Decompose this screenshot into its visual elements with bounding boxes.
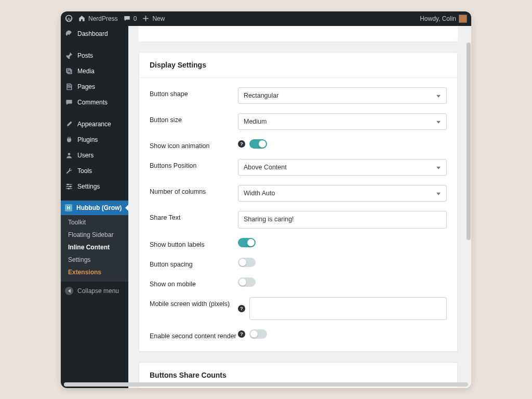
sidebar-item-pages[interactable]: Pages [61,79,128,95]
card-title: Display Settings [139,52,457,77]
pin-icon [65,51,73,60]
field-label: Button size [150,113,238,124]
buttons-position-select[interactable]: Above Content [238,159,447,176]
pages-icon [65,83,73,91]
vertical-scrollbar[interactable] [467,43,471,240]
row-button-shape: Button shape Rectangular [150,78,447,104]
sidebar-item-media[interactable]: Media [61,63,128,79]
submenu-floating-sidebar[interactable]: Floating Sidebar [61,229,128,241]
field-label: Show button labels [150,238,238,248]
media-icon [65,67,73,75]
home-icon [78,15,86,22]
svg-point-3 [70,185,71,187]
comment-icon [123,15,131,22]
field-label: Buttons Position [150,159,238,169]
submenu-extensions[interactable]: Extensions [61,266,128,278]
num-columns-select[interactable]: Width Auto [238,185,447,202]
sidebar-label: Tools [77,167,92,175]
wordpress-icon [65,15,73,22]
sliders-icon [65,182,73,191]
show-labels-toggle[interactable] [238,238,256,247]
field-label: Enable second content render [150,329,238,340]
submenu-toolkit[interactable]: Toolkit [61,216,128,229]
button-spacing-toggle[interactable] [238,258,256,267]
field-label: Show on mobile [150,277,238,288]
field-label: Mobile screen width (pixels) [150,297,238,308]
sidebar-item-appearance[interactable]: Appearance [61,116,128,132]
collapse-label: Collapse menu [77,287,119,295]
account-link[interactable]: Howdy, Colin [420,15,467,23]
field-label: Button shape [150,87,238,98]
show-mobile-toggle[interactable] [238,277,256,287]
sidebar-item-tools[interactable]: Tools [61,163,128,179]
new-link[interactable]: New [142,15,165,22]
greeting: Howdy, Colin [420,15,456,22]
user-icon [65,151,73,159]
select-value: Medium [238,113,447,130]
svg-point-4 [68,188,70,189]
sidebar-label: Comments [77,99,108,106]
help-icon[interactable]: ? [238,305,245,312]
sidebar-label: Media [77,68,95,75]
sidebar-label: Hubbub (Grow) [76,204,122,211]
row-buttons-position: Buttons Position Above Content [150,150,447,176]
help-icon[interactable]: ? [238,140,245,148]
sidebar-item-settings[interactable]: Settings [61,179,128,194]
sidebar-label: Users [77,152,94,159]
row-show-mobile: Show on mobile [150,268,447,288]
hubbub-icon: H [65,204,72,211]
comment-icon [65,98,73,107]
row-show-icon-animation: Show icon animation ? [150,130,447,150]
submenu-settings[interactable]: Settings [61,254,128,266]
sidebar-item-plugins[interactable]: Plugins [61,132,128,148]
row-share-text: Share Text Sharing is caring! [150,202,447,229]
display-settings-card: Display Settings Button shape Rectangula… [139,52,458,352]
help-icon[interactable]: ? [238,330,245,338]
row-second-render: Enable second content render ? [150,320,447,340]
sidebar-item-users[interactable]: Users [61,148,128,163]
field-label: Share Text [150,211,238,221]
content-area: Display Settings Button shape Rectangula… [128,26,471,388]
sidebar-label: Appearance [77,121,111,128]
wrench-icon [65,167,73,175]
brush-icon [65,120,73,128]
previous-card-edge [139,26,458,42]
comments-link[interactable]: 0 [123,15,137,22]
horizontal-scrollbar[interactable] [64,382,468,387]
collapse-menu[interactable]: Collapse menu [61,282,128,300]
sidebar-item-hubbub[interactable]: H Hubbub (Grow) [61,201,128,215]
second-render-toggle[interactable] [249,329,267,339]
svg-point-1 [68,153,71,155]
sidebar-label: Settings [77,183,100,190]
button-size-select[interactable]: Medium [238,113,447,130]
hubbub-submenu: Toolkit Floating Sidebar Inline Content … [61,215,128,282]
avatar [459,15,467,23]
sidebar-label: Plugins [77,136,98,143]
sidebar-label: Pages [77,83,95,90]
collapse-icon [65,287,73,295]
field-label: Number of columns [150,185,238,195]
site-name: NerdPress [88,15,118,22]
share-text-input[interactable]: Sharing is caring! [238,211,447,229]
row-mobile-width: Mobile screen width (pixels) ? [150,288,447,320]
sidebar-item-posts[interactable]: Posts [61,48,128,63]
sidebar-label: Dashboard [77,30,108,37]
plus-icon [142,15,150,22]
dashboard-icon [65,30,73,38]
sidebar-item-dashboard[interactable]: Dashboard [61,26,128,42]
sidebar-label: Posts [77,52,93,59]
select-value: Rectangular [238,87,447,104]
site-link[interactable]: NerdPress [78,15,118,22]
plug-icon [65,136,73,144]
submenu-inline-content[interactable]: Inline Content [61,241,128,254]
new-label: New [152,15,165,22]
show-icon-animation-toggle[interactable] [249,139,267,149]
wp-logo[interactable] [65,15,73,22]
mobile-width-input[interactable] [249,297,447,320]
wp-admin-bar: NerdPress 0 New Howdy, Colin [61,11,471,26]
button-shape-select[interactable]: Rectangular [238,87,447,104]
row-button-size: Button size Medium [150,104,447,130]
row-button-spacing: Button spacing [150,248,447,268]
sidebar-item-comments[interactable]: Comments [61,95,128,110]
svg-point-2 [67,183,69,185]
